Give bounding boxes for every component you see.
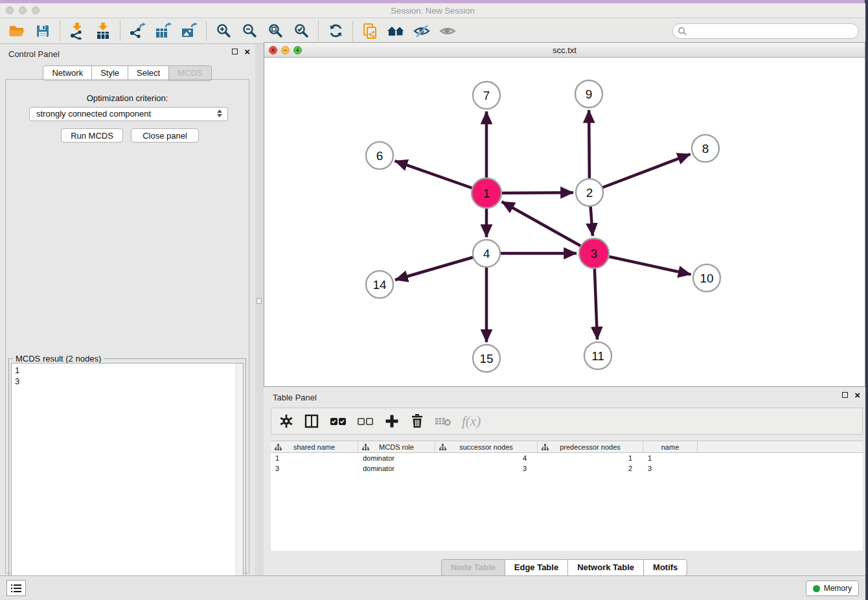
export-table-icon [155, 23, 172, 40]
application-window: Session: New Session [0, 3, 865, 600]
tab-edge-table[interactable]: Edge Table [505, 559, 568, 576]
node-label: 10 [700, 271, 713, 285]
control-panel-title: Control Panel [8, 49, 60, 59]
export-network-button[interactable] [124, 20, 150, 42]
control-panel-close-icon[interactable]: × [244, 49, 250, 54]
zoom-selected-button[interactable] [288, 20, 314, 42]
node-label: 3 [591, 247, 598, 260]
table-cell[interactable]: 3 [435, 463, 538, 474]
table-cell[interactable]: 3 [271, 463, 358, 474]
memory-button[interactable]: Memory [806, 581, 859, 596]
column-header-shared-name[interactable]: shared name [271, 441, 358, 452]
control-panel: Control Panel × NetworkStyleSelectMCDS O… [0, 44, 255, 579]
memory-label: Memory [824, 584, 852, 593]
table-row[interactable]: 1dominator411 [271, 453, 863, 463]
add-column-icon[interactable] [384, 413, 400, 429]
eye-icon [439, 23, 457, 39]
zoom-out-icon [242, 23, 258, 39]
node-3[interactable]: 3 [579, 238, 609, 268]
splitter-handle-icon[interactable] [257, 298, 262, 304]
zoom-in-icon [216, 23, 232, 39]
criterion-dropdown[interactable]: strongly connected component [29, 107, 228, 121]
network-window-title: scc.txt [264, 45, 865, 55]
select-all-checkboxes-icon[interactable] [330, 415, 347, 427]
window-titlebar: Session: New Session [0, 3, 865, 18]
mcds-result-text[interactable]: 13 [11, 363, 244, 600]
tab-motifs[interactable]: Motifs [643, 559, 687, 576]
import-network-button[interactable] [64, 20, 90, 42]
hide-selected-button[interactable] [409, 20, 435, 42]
table-cell[interactable]: 1 [271, 453, 358, 463]
tab-network-table[interactable]: Network Table [567, 559, 644, 576]
column-header-name[interactable]: name [643, 441, 698, 452]
unselect-all-checkboxes-icon[interactable] [357, 415, 374, 427]
mcds-result-box: MCDS result (2 nodes) 13 [8, 358, 246, 600]
export-image-button[interactable] [176, 20, 202, 42]
export-table-button[interactable] [150, 20, 176, 42]
edge-3-1[interactable] [502, 202, 594, 253]
column-header-predecessor-nodes[interactable]: predecessor nodes [538, 441, 643, 452]
control-panel-float-icon[interactable] [232, 49, 238, 54]
node-6[interactable]: 6 [366, 142, 393, 169]
node-7[interactable]: 7 [473, 82, 500, 109]
settings-gear-icon[interactable] [279, 414, 293, 428]
node-15[interactable]: 15 [473, 345, 500, 372]
table-cell[interactable]: 1 [538, 453, 643, 463]
function-builder-icon[interactable]: f(x) [462, 413, 481, 430]
zoom-in-button[interactable] [211, 20, 236, 42]
table-cell[interactable]: 4 [435, 453, 538, 463]
mcds-result-line: 1 [15, 365, 243, 376]
run-mcds-button[interactable]: Run MCDS [61, 128, 123, 143]
node-11[interactable]: 11 [584, 342, 611, 369]
node-label: 11 [591, 349, 604, 363]
delete-column-icon[interactable] [410, 413, 424, 429]
mcds-result-line: 3 [15, 376, 243, 387]
table-cell[interactable]: 3 [643, 463, 698, 474]
table-row[interactable]: 3dominator323 [271, 463, 863, 474]
status-bar: Memory [0, 575, 865, 600]
panel-splitter[interactable] [255, 44, 264, 579]
zoom-fit-button[interactable] [262, 20, 288, 42]
zoom-selected-icon [293, 23, 310, 39]
table-cell[interactable]: dominator [358, 463, 435, 474]
table-panel-float-icon[interactable] [842, 392, 848, 398]
edge-2-8[interactable] [589, 154, 691, 192]
export-network-icon [129, 23, 146, 40]
open-file-button[interactable] [4, 20, 30, 42]
table-cell[interactable]: dominator [358, 453, 435, 463]
search-input[interactable] [672, 23, 859, 39]
mcds-result-scrollbar[interactable] [236, 363, 243, 599]
table-panel-close-icon[interactable]: × [854, 392, 860, 398]
tab-node-table[interactable]: Node Table [441, 559, 505, 576]
node-label: 1 [483, 187, 490, 200]
network-graph[interactable]: 7968124314101511 [264, 58, 865, 386]
node-2[interactable]: 2 [576, 179, 603, 206]
home-neighbors-button[interactable] [383, 20, 409, 42]
main-toolbar [0, 18, 865, 44]
table-toolbar: f(x) [271, 408, 863, 435]
task-history-button[interactable] [6, 580, 26, 596]
node-10[interactable]: 10 [693, 264, 720, 292]
close-panel-button[interactable]: Close panel [131, 128, 199, 143]
column-header-successor-nodes[interactable]: successor nodes [435, 441, 538, 452]
node-8[interactable]: 8 [692, 135, 719, 162]
node-9[interactable]: 9 [575, 80, 602, 108]
zoom-out-button[interactable] [236, 20, 262, 42]
node-4[interactable]: 4 [473, 240, 500, 267]
save-session-button[interactable] [30, 20, 56, 42]
show-all-button[interactable] [435, 20, 461, 42]
table-cell[interactable]: 2 [538, 463, 643, 474]
mcds-result-title: MCDS result (2 nodes) [13, 354, 104, 363]
import-table-button[interactable] [90, 20, 116, 42]
clone-network-button[interactable] [357, 20, 383, 42]
refresh-button[interactable] [323, 20, 348, 42]
node-14[interactable]: 14 [366, 271, 393, 298]
delete-table-icon[interactable] [435, 415, 451, 428]
node-table: shared nameMCDS rolesuccessor nodesprede… [271, 441, 863, 551]
table-cell[interactable]: 1 [643, 453, 698, 463]
list-icon [11, 584, 21, 593]
column-header-MCDS-role[interactable]: MCDS role [358, 441, 435, 452]
column-layout-icon[interactable] [304, 413, 319, 429]
node-1[interactable]: 1 [472, 178, 501, 208]
toolbar-separator [352, 21, 353, 41]
